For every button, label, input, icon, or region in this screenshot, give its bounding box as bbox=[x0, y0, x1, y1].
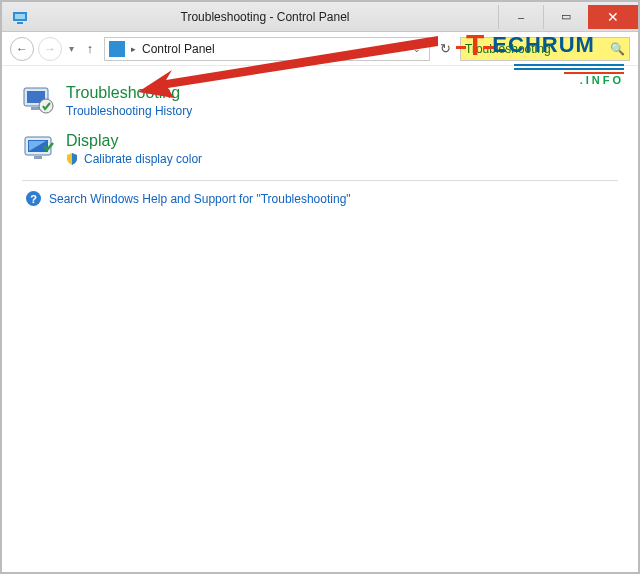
titlebar: Troubleshooting - Control Panel – ▭ ✕ bbox=[2, 2, 638, 32]
window-controls: – ▭ ✕ bbox=[498, 5, 638, 29]
shield-icon bbox=[66, 153, 78, 165]
address-dropdown[interactable]: ⌄ bbox=[409, 44, 425, 54]
display-link[interactable]: Display bbox=[66, 132, 202, 150]
troubleshooting-link[interactable]: Troubleshooting bbox=[66, 84, 192, 102]
results-pane: Troubleshooting Troubleshooting History … bbox=[2, 66, 638, 206]
search-icon: 🔍 bbox=[610, 42, 625, 56]
help-icon: ? bbox=[26, 191, 41, 206]
search-help-link[interactable]: ? Search Windows Help and Support for "T… bbox=[22, 189, 618, 206]
minimize-button[interactable]: – bbox=[498, 5, 543, 29]
chevron-right-icon: ▸ bbox=[131, 44, 136, 54]
back-button[interactable]: ← bbox=[10, 37, 34, 61]
window-title: Troubleshooting - Control Panel bbox=[32, 10, 498, 24]
recent-dropdown[interactable]: ▾ bbox=[66, 43, 76, 54]
svg-rect-9 bbox=[34, 156, 42, 159]
results-divider bbox=[22, 180, 618, 181]
result-troubleshooting: Troubleshooting Troubleshooting History bbox=[22, 84, 618, 118]
result-display: Display Calibrate display color bbox=[22, 132, 618, 166]
svg-point-6 bbox=[39, 99, 53, 113]
search-box[interactable]: 🔍 bbox=[460, 37, 630, 61]
app-icon bbox=[8, 5, 32, 29]
breadcrumb-control-panel[interactable]: Control Panel bbox=[142, 42, 215, 56]
calibrate-display-link[interactable]: Calibrate display color bbox=[84, 152, 202, 166]
navigation-bar: ← → ▾ ↑ ▸ Control Panel ⌄ ↻ 🔍 bbox=[2, 32, 638, 66]
maximize-button[interactable]: ▭ bbox=[543, 5, 588, 29]
troubleshooting-history-link[interactable]: Troubleshooting History bbox=[66, 104, 192, 118]
up-button[interactable]: ↑ bbox=[80, 41, 100, 56]
troubleshooting-icon bbox=[22, 84, 56, 118]
search-input[interactable] bbox=[465, 42, 610, 56]
address-bar[interactable]: ▸ Control Panel ⌄ bbox=[104, 37, 430, 61]
svg-rect-1 bbox=[15, 14, 25, 19]
search-help-label: Search Windows Help and Support for "Tro… bbox=[49, 192, 351, 206]
control-panel-icon bbox=[109, 41, 125, 57]
forward-button[interactable]: → bbox=[38, 37, 62, 61]
display-icon bbox=[22, 132, 56, 166]
close-button[interactable]: ✕ bbox=[588, 5, 638, 29]
refresh-button[interactable]: ↻ bbox=[434, 37, 456, 61]
svg-rect-2 bbox=[17, 22, 23, 24]
